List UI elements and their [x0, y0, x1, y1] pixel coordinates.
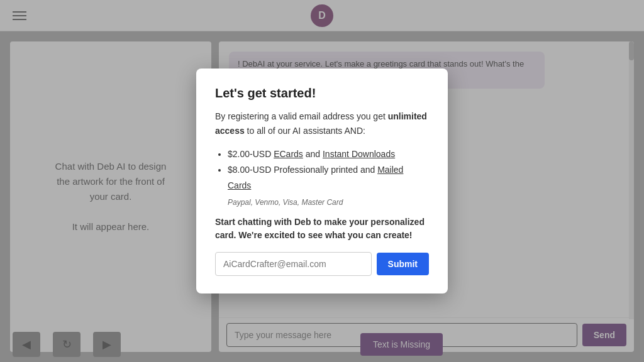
modal-input-row: Submit [215, 252, 429, 276]
modal-overlay: Let's get started! By registering a vali… [0, 0, 644, 362]
modal: Let's get started! By registering a vali… [196, 69, 448, 293]
list-item: $2.00-USD ECards and Instant Downloads [228, 146, 429, 162]
list-item: $8.00-USD Professionally printed and Mai… [228, 162, 429, 194]
instant-downloads-link[interactable]: Instant Downloads [323, 149, 395, 159]
modal-body-text: By registering a valid email address you… [215, 109, 429, 138]
email-input[interactable] [215, 252, 372, 276]
ecards-link[interactable]: ECards [274, 149, 303, 159]
submit-button[interactable]: Submit [377, 253, 429, 275]
modal-benefits-list: $2.00-USD ECards and Instant Downloads $… [228, 146, 429, 194]
mailed-cards-link[interactable]: Mailed Cards [228, 165, 403, 190]
payment-note: Paypal, Venmo, Visa, Master Card [228, 198, 429, 207]
modal-cta-text: Start chatting with Deb to make your per… [215, 216, 429, 242]
modal-title: Let's get started! [215, 86, 429, 101]
